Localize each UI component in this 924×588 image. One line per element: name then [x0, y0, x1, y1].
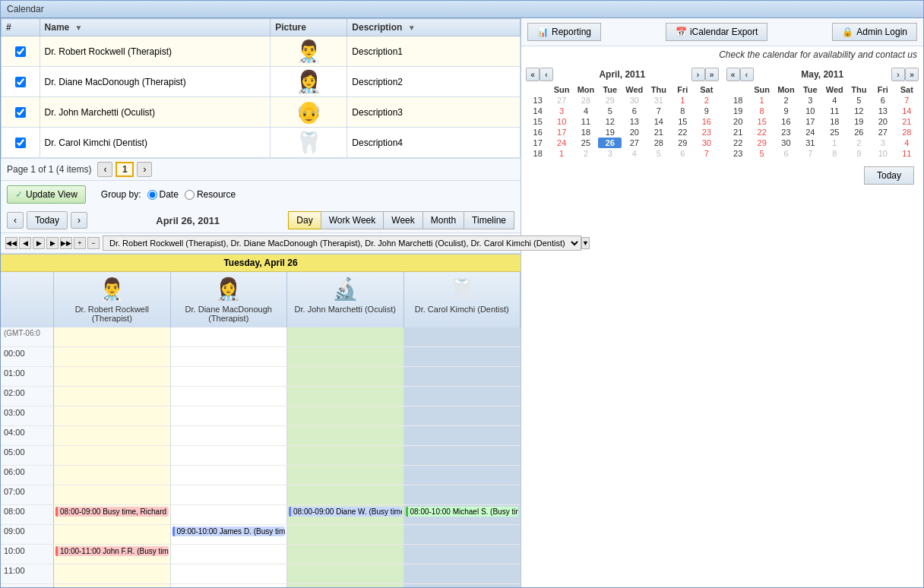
may-day[interactable]: 4: [895, 138, 919, 148]
may-day[interactable]: 7: [799, 148, 822, 159]
cell-1000-2[interactable]: [287, 545, 404, 564]
cell-1000-3[interactable]: [404, 545, 521, 564]
april-day[interactable]: 27: [549, 95, 573, 106]
cell-0600-0[interactable]: [54, 466, 171, 485]
cell-1200-3[interactable]: [404, 584, 521, 587]
cell-0800-1[interactable]: [171, 505, 288, 524]
cell-0800-0[interactable]: 08:00-09:00 Busy time, Richard M.: [54, 505, 171, 524]
cell-0200-3[interactable]: [404, 387, 521, 406]
may-day[interactable]: 3: [799, 95, 822, 106]
cell-1100-1[interactable]: [171, 564, 288, 583]
cell-0000-2[interactable]: [287, 347, 404, 366]
april-day[interactable]: 25: [574, 138, 598, 148]
row-checkbox-cell[interactable]: [2, 97, 40, 128]
april-day[interactable]: 23: [695, 127, 718, 138]
time-grid-scroll[interactable]: (GMT-06:0 00:00: [1, 327, 521, 587]
april-day[interactable]: 4: [622, 148, 647, 159]
may-day[interactable]: 8: [750, 106, 774, 116]
today-button[interactable]: Today: [864, 166, 914, 185]
row-checkbox[interactable]: [15, 138, 26, 148]
pagination-prev-button[interactable]: ‹: [97, 162, 112, 177]
april-day[interactable]: 2: [695, 95, 718, 106]
admin-login-button[interactable]: 🔒 Admin Login: [832, 23, 917, 41]
april-selected-day[interactable]: 26: [598, 138, 622, 148]
update-view-button[interactable]: ✓ Update View: [7, 185, 86, 204]
cell-0700-0[interactable]: [54, 485, 171, 504]
cell-0700-3[interactable]: [404, 485, 521, 504]
cell-0100-1[interactable]: [171, 367, 288, 386]
april-day[interactable]: 27: [622, 138, 647, 148]
may-day[interactable]: 26: [847, 127, 871, 138]
may-day[interactable]: 3: [871, 138, 894, 148]
cell-0800-2[interactable]: 08:00-09:00 Diane W. (Busy time): [287, 505, 404, 524]
filter-remove-button[interactable]: −: [87, 237, 100, 249]
april-day[interactable]: 2: [574, 148, 598, 159]
may-day[interactable]: 6: [871, 95, 894, 106]
april-day[interactable]: 28: [647, 138, 670, 148]
april-day[interactable]: 30: [695, 138, 718, 148]
cell-0400-1[interactable]: [171, 426, 288, 445]
cell-0600-2[interactable]: [287, 466, 404, 485]
event-0800-3[interactable]: 08:00-10:00 Michael S. (Busy time): [406, 507, 519, 517]
may-day[interactable]: 10: [799, 106, 822, 116]
may-day[interactable]: 2: [774, 95, 798, 106]
april-day[interactable]: 19: [598, 127, 622, 138]
cell-0500-2[interactable]: [287, 446, 404, 465]
view-week-button[interactable]: Week: [383, 211, 422, 229]
row-checkbox[interactable]: [15, 107, 26, 118]
cell-1200-1[interactable]: [171, 584, 288, 587]
cell-0900-2[interactable]: [287, 525, 404, 544]
may-day[interactable]: 21: [895, 116, 919, 127]
april-day[interactable]: 24: [549, 138, 573, 148]
view-workweek-button[interactable]: Work Week: [321, 211, 384, 229]
cell-0000-1[interactable]: [171, 347, 288, 366]
april-day[interactable]: 15: [671, 116, 695, 127]
cell-1200-2[interactable]: [287, 584, 404, 587]
may-day[interactable]: 4: [822, 95, 847, 106]
may-day[interactable]: 12: [847, 106, 871, 116]
cell-0700-2[interactable]: [287, 485, 404, 504]
april-day[interactable]: 1: [671, 95, 695, 106]
april-day[interactable]: 5: [598, 106, 622, 116]
may-prev2-button[interactable]: ‹: [740, 68, 754, 81]
icalendar-button[interactable]: 📅 iCalendar Export: [666, 23, 767, 41]
may-day[interactable]: 25: [822, 127, 847, 138]
view-month-button[interactable]: Month: [422, 211, 464, 229]
april-day[interactable]: 3: [549, 106, 573, 116]
cell-0600-3[interactable]: [404, 466, 521, 485]
cell-0000-0[interactable]: [54, 347, 171, 366]
may-day[interactable]: 14: [895, 106, 919, 116]
cell-0000-3[interactable]: [404, 347, 521, 366]
may-day[interactable]: 5: [847, 95, 871, 106]
cell-0800-3[interactable]: 08:00-10:00 Michael S. (Busy time): [404, 505, 521, 524]
cell-1000-0[interactable]: 10:00-11:00 John F.R. (Busy time): [54, 545, 171, 564]
april-day[interactable]: 12: [598, 116, 622, 127]
may-day[interactable]: 6: [774, 148, 798, 159]
reporting-button[interactable]: 📊 Reporting: [527, 23, 601, 41]
may-day[interactable]: 5: [750, 148, 774, 159]
row-checkbox-cell[interactable]: [2, 36, 40, 67]
resource-filter-select[interactable]: Dr. Robert Rockwell (Therapist), Dr. Dia…: [103, 236, 581, 251]
april-day[interactable]: 21: [647, 127, 670, 138]
may-day[interactable]: 7: [895, 95, 919, 106]
april-day[interactable]: 30: [622, 95, 647, 106]
filter-fwd-button[interactable]: ▶: [46, 237, 59, 249]
cell-1100-3[interactable]: [404, 564, 521, 583]
april-day[interactable]: 11: [574, 116, 598, 127]
event-0900-1[interactable]: 09:00-10:00 James D. (Busy time): [172, 526, 286, 536]
cell-0200-0[interactable]: [54, 387, 171, 406]
april-day[interactable]: 31: [647, 95, 670, 106]
group-by-date-label[interactable]: Date: [147, 189, 179, 200]
row-checkbox-cell[interactable]: [2, 128, 40, 158]
may-day[interactable]: 10: [871, 148, 894, 159]
desc-filter-icon[interactable]: ▼: [408, 24, 416, 32]
nav-next-button[interactable]: ›: [71, 212, 87, 229]
cell-0200-2[interactable]: [287, 387, 404, 406]
may-next2-button[interactable]: »: [905, 68, 919, 81]
event-0800-2[interactable]: 08:00-09:00 Diane W. (Busy time): [289, 507, 402, 517]
may-day[interactable]: 24: [799, 127, 822, 138]
may-day[interactable]: 27: [871, 127, 894, 138]
april-day[interactable]: 6: [671, 148, 695, 159]
cell-1100-2[interactable]: [287, 564, 404, 583]
cell-0200-1[interactable]: [171, 387, 288, 406]
